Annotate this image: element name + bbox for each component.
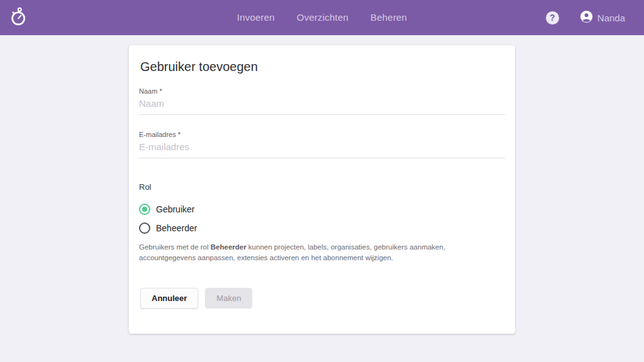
user-menu[interactable]: Nanda: [580, 10, 625, 26]
name-field-group: Naam *: [139, 87, 505, 115]
account-circle-icon: [580, 10, 593, 26]
email-input[interactable]: [139, 139, 505, 158]
email-field-group: E-mailadres *: [139, 131, 505, 158]
cancel-button[interactable]: Annuleer: [140, 288, 198, 309]
header-right: ? Nanda: [546, 10, 625, 26]
radio-selected-icon[interactable]: [139, 204, 150, 215]
radio-option-beheerder[interactable]: Beheerder: [139, 222, 505, 234]
app-logo[interactable]: [8, 6, 30, 29]
user-name: Nanda: [597, 13, 625, 23]
add-user-card: Gebruiker toevoegen Naam * E-mailadres *…: [129, 45, 515, 334]
radio-label: Gebruiker: [156, 204, 194, 214]
create-button[interactable]: Maken: [205, 288, 252, 309]
page-title: Gebruiker toevoegen: [139, 60, 505, 74]
role-section: Rol Gebruiker Beheerder Gebruikers met d…: [139, 182, 505, 263]
role-help-text: Gebruikers met de rol Beheerder kunnen p…: [139, 242, 504, 263]
nav-item-overzichten[interactable]: Overzichten: [297, 0, 348, 35]
name-field-label: Naam *: [139, 87, 505, 95]
radio-label: Beheerder: [156, 223, 197, 233]
app-header: Invoeren Overzichten Beheren ? Nanda: [0, 0, 644, 35]
role-label: Rol: [139, 182, 505, 192]
radio-option-gebruiker[interactable]: Gebruiker: [139, 204, 505, 215]
email-field-label: E-mailadres *: [139, 131, 505, 138]
main-nav: Invoeren Overzichten Beheren: [237, 0, 407, 35]
stopwatch-icon: [9, 6, 28, 29]
help-icon[interactable]: ?: [546, 11, 559, 25]
nav-item-beheren[interactable]: Beheren: [370, 0, 407, 35]
radio-unselected-icon[interactable]: [139, 222, 150, 234]
name-input[interactable]: [139, 96, 505, 115]
button-row: Annuleer Maken: [139, 288, 505, 309]
nav-item-invoeren[interactable]: Invoeren: [237, 0, 275, 35]
